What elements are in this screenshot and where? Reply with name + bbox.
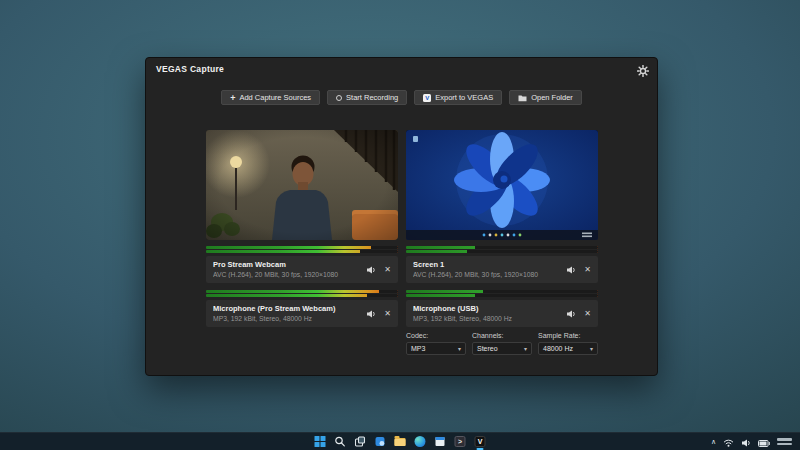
channels-value: Stereo (477, 345, 498, 352)
source-card-screen: Screen 1 AVC (H.264), 20 MBit, 30 fps, 1… (406, 256, 598, 283)
chevron-down-icon: ▾ (458, 345, 461, 352)
record-icon (336, 95, 342, 101)
os-taskbar: > V ∧ (0, 432, 800, 450)
plus-icon: + (230, 95, 235, 101)
source-card-mic-webcam: Microphone (Pro Stream Webcam) MP3, 192 … (206, 300, 398, 327)
sample-rate-dropdown[interactable]: 48000 Hz ▾ (538, 342, 598, 355)
chevron-down-icon: ▾ (590, 345, 593, 352)
start-button[interactable] (314, 435, 327, 448)
speaker-icon (566, 310, 576, 318)
codec-value: MP3 (411, 345, 425, 352)
speaker-icon (741, 439, 751, 447)
remove-source-button[interactable]: ✕ (384, 310, 391, 318)
taskbar-center-icons: > V (314, 433, 487, 450)
sample-rate-setting: Sample Rate: 48000 Hz ▾ (538, 332, 598, 355)
vegas-app-icon: V (475, 436, 486, 447)
source-card-mic-usb: Microphone (USB) MP3, 192 kBit, Stereo, … (406, 300, 598, 327)
chevron-down-icon: ▾ (524, 345, 527, 352)
window-title: VEGAS Capture (156, 64, 224, 74)
speaker-icon (566, 266, 576, 274)
vegas-capture-taskbar-button[interactable]: V (474, 435, 487, 448)
desktop-background: VEGAS Capture + Add Capture Sources (0, 0, 800, 450)
vegas-capture-window: VEGAS Capture + Add Capture Sources (145, 57, 658, 376)
screen-video-frame (406, 130, 598, 240)
windows-logo-icon (315, 436, 326, 447)
screen-preview (406, 130, 598, 240)
vegas-logo-icon: V (423, 94, 431, 102)
source-name: Screen 1 (413, 260, 591, 269)
sample-rate-label: Sample Rate: (538, 332, 598, 339)
remove-source-button[interactable]: ✕ (384, 266, 391, 274)
mute-toggle-button[interactable] (366, 266, 376, 274)
channels-dropdown[interactable]: Stereo ▾ (472, 342, 532, 355)
volume-button[interactable] (741, 433, 751, 450)
source-details: AVC (H.264), 20 MBit, 30 fps, 1920×1080 (413, 271, 553, 278)
mic-usb-audio-meter (406, 290, 598, 297)
task-view-button[interactable] (354, 435, 367, 448)
capture-columns: Pro Stream Webcam AVC (H.264), 20 MBit, … (206, 130, 598, 355)
widgets-button[interactable] (374, 435, 387, 448)
source-card-webcam: Pro Stream Webcam AVC (H.264), 20 MBit, … (206, 256, 398, 283)
battery-button[interactable] (758, 433, 770, 450)
edge-button[interactable] (414, 435, 427, 448)
mute-toggle-button[interactable] (566, 266, 576, 274)
webcam-audio-meter (206, 246, 398, 253)
add-capture-sources-button[interactable]: + Add Capture Sources (221, 90, 320, 105)
search-icon (335, 436, 346, 447)
channels-setting: Channels: Stereo ▾ (472, 332, 532, 355)
task-view-icon (355, 436, 366, 447)
store-button[interactable] (434, 435, 447, 448)
source-details: AVC (H.264), 20 MBit, 30 fps, 1920×1080 (213, 271, 353, 278)
terminal-button[interactable]: > (454, 435, 467, 448)
folder-icon (518, 94, 527, 102)
screen-audio-meter (406, 246, 598, 253)
wifi-button[interactable] (723, 433, 734, 450)
codec-setting: Codec: MP3 ▾ (406, 332, 466, 355)
mute-toggle-button[interactable] (366, 310, 376, 318)
source-name: Microphone (USB) (413, 304, 591, 313)
edge-icon (415, 436, 426, 447)
wifi-icon (723, 439, 734, 447)
source-name: Pro Stream Webcam (213, 260, 391, 269)
store-icon (436, 437, 445, 446)
screen-column: Screen 1 AVC (H.264), 20 MBit, 30 fps, 1… (406, 130, 598, 355)
start-recording-label: Start Recording (346, 93, 398, 102)
gear-icon (637, 65, 649, 77)
open-folder-button[interactable]: Open Folder (509, 90, 582, 105)
settings-button[interactable] (637, 63, 649, 75)
source-name: Microphone (Pro Stream Webcam) (213, 304, 391, 313)
mute-toggle-button[interactable] (566, 310, 576, 318)
tray-chevron-button[interactable]: ∧ (711, 438, 716, 446)
clock-date-display[interactable] (777, 438, 792, 445)
webcam-preview (206, 130, 398, 240)
titlebar[interactable]: VEGAS Capture (146, 58, 657, 80)
folder-icon (395, 438, 406, 446)
search-button[interactable] (334, 435, 347, 448)
widgets-icon (375, 436, 386, 447)
webcam-column: Pro Stream Webcam AVC (H.264), 20 MBit, … (206, 130, 398, 355)
system-tray: ∧ (711, 433, 792, 450)
codec-label: Codec: (406, 332, 466, 339)
battery-icon (758, 440, 770, 447)
codec-dropdown[interactable]: MP3 ▾ (406, 342, 466, 355)
channels-label: Channels: (472, 332, 532, 339)
file-explorer-button[interactable] (394, 435, 407, 448)
open-folder-label: Open Folder (531, 93, 573, 102)
speaker-icon (366, 266, 376, 274)
start-recording-button[interactable]: Start Recording (327, 90, 407, 105)
audio-settings: Codec: MP3 ▾ Channels: Stereo ▾ (406, 332, 598, 355)
webcam-video-frame (206, 130, 398, 240)
add-capture-sources-label: Add Capture Sources (239, 93, 311, 102)
terminal-icon: > (455, 436, 466, 447)
toolbar: + Add Capture Sources Start Recording V … (146, 90, 657, 105)
speaker-icon (366, 310, 376, 318)
source-details: MP3, 192 kBit, Stereo, 48000 Hz (413, 315, 553, 322)
export-to-vegas-label: Export to VEGAS (435, 93, 493, 102)
export-to-vegas-button[interactable]: V Export to VEGAS (414, 90, 502, 105)
sample-rate-value: 48000 Hz (543, 345, 573, 352)
mic-webcam-audio-meter (206, 290, 398, 297)
remove-source-button[interactable]: ✕ (584, 310, 591, 318)
source-details: MP3, 192 kBit, Stereo, 48000 Hz (213, 315, 353, 322)
remove-source-button[interactable]: ✕ (584, 266, 591, 274)
